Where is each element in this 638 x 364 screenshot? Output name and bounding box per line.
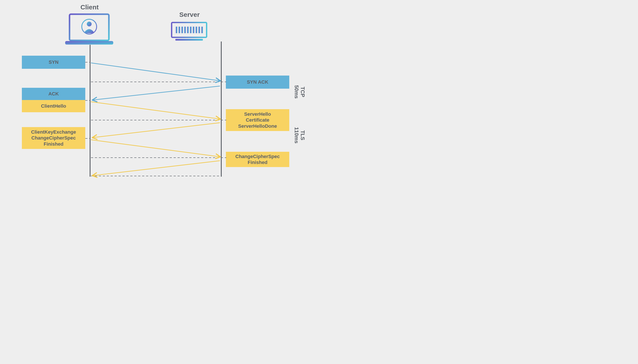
svg-rect-9: [184, 27, 186, 33]
ckx-line2: ChangeCipherSpec: [32, 135, 76, 141]
ccs-line1: ChangeCipherSpec: [236, 154, 280, 160]
svg-rect-14: [198, 27, 200, 33]
svg-rect-10: [187, 27, 189, 33]
svg-rect-5: [175, 39, 203, 40]
svg-rect-11: [190, 27, 191, 33]
tls-name: TLS: [300, 130, 306, 140]
svg-rect-7: [179, 27, 180, 33]
server-lifeline: [221, 42, 222, 177]
server-title: Server: [179, 11, 200, 18]
client-title: Client: [80, 4, 99, 11]
svg-line-24: [93, 86, 220, 100]
sh-line3: ServerHelloDone: [238, 123, 277, 129]
client-laptop-icon: [63, 13, 115, 46]
svg-line-28: [93, 161, 220, 176]
sh-line1: ServerHello: [244, 111, 271, 117]
ccs-line2: Finished: [248, 160, 267, 166]
svg-rect-1: [65, 41, 113, 44]
msg-ack: ACK: [22, 88, 85, 100]
msg-syn: SYN: [22, 56, 85, 69]
svg-line-25: [91, 102, 220, 119]
msg-clientkeyexchange: ClientKeyExchange ChangeCipherSpec Finis…: [22, 127, 85, 149]
phase-tls: TLS 110ms: [293, 127, 306, 144]
svg-line-26: [93, 123, 220, 138]
svg-rect-12: [193, 27, 194, 33]
svg-rect-13: [196, 27, 197, 33]
msg-clienthello: ClientHello: [22, 100, 85, 112]
msg-serverhello: ServerHello Certificate ServerHelloDone: [226, 109, 289, 131]
tcp-name: TCP: [300, 87, 306, 97]
ckx-line1: ClientKeyExchange: [31, 129, 76, 135]
svg-rect-8: [181, 27, 183, 33]
phase-tcp: TCP 50ms: [293, 85, 306, 98]
tls-time: 110ms: [294, 127, 300, 144]
svg-point-3: [87, 22, 92, 26]
client-lifeline: [90, 45, 91, 177]
svg-rect-15: [201, 27, 203, 33]
svg-rect-0: [70, 14, 109, 40]
svg-line-23: [91, 63, 220, 81]
server-icon: [170, 22, 208, 42]
sh-line2: Certificate: [246, 117, 269, 123]
msg-changecipherspec: ChangeCipherSpec Finished: [226, 152, 289, 167]
svg-rect-6: [176, 27, 177, 33]
svg-line-27: [91, 140, 220, 157]
msg-synack: SYN ACK: [226, 76, 289, 89]
ckx-line3: Finished: [44, 141, 63, 147]
tcp-time: 50ms: [294, 85, 300, 98]
